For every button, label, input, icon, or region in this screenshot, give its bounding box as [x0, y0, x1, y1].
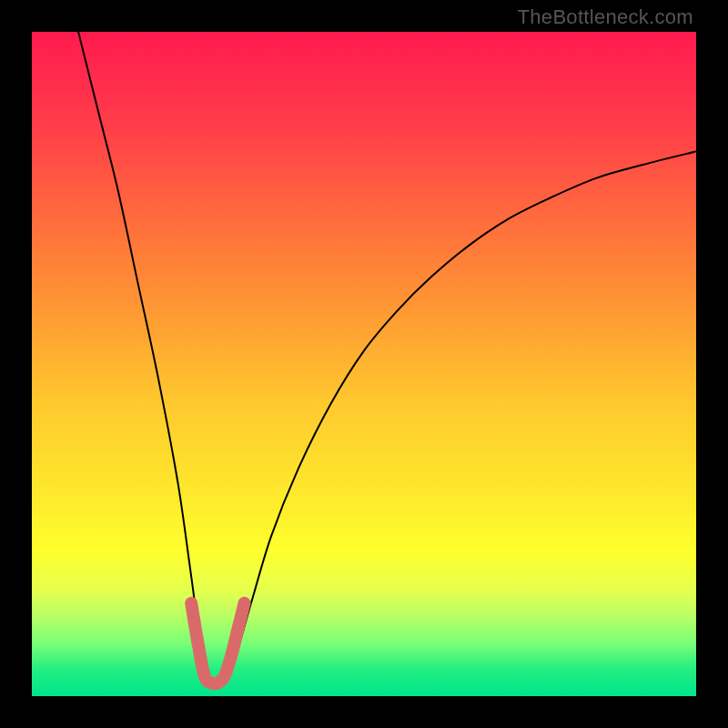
chart-frame: TheBottleneck.com [0, 0, 728, 728]
bottleneck-curve [78, 32, 696, 683]
plot-area [32, 32, 696, 696]
trough-highlight [191, 603, 244, 684]
watermark-text: TheBottleneck.com [518, 5, 693, 29]
curve-layer [32, 32, 696, 696]
